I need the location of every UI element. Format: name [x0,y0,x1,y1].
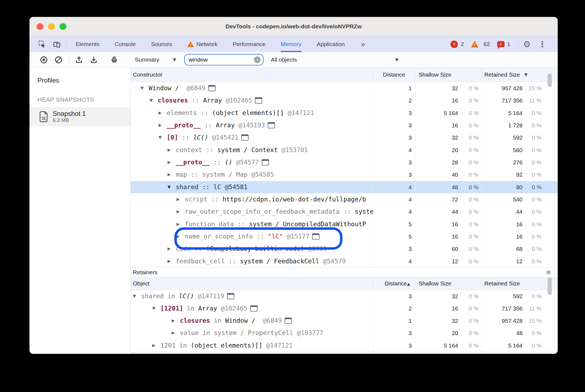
tree-row[interactable]: ▶__proto__ :: () @545773280 %2760 % [131,156,558,168]
tree-row[interactable]: ▶1201 in (object elements)[] @14712135 1… [131,339,558,352]
issues-badge[interactable]: ✕ 1 [497,41,511,47]
panel-tabs: ElementsConsoleSources!NetworkPerformanc… [76,36,360,52]
column-header-constructor[interactable]: Constructor [131,68,373,82]
disclosure-triangle[interactable]: ▼ [168,181,176,193]
column-header-object[interactable]: Object [131,277,373,290]
perspective-select[interactable]: Summary ▼ [135,56,176,63]
memory-toolbar: Summary ▼ ✕ All objects ▼ [29,52,558,68]
tab-elements[interactable]: Elements [76,36,100,52]
tab-console[interactable]: Console [115,36,136,52]
device-toolbar-icon[interactable] [51,38,63,50]
tree-row[interactable]: ▶map :: system / Map @545853400 %920 % [131,168,558,181]
disclosure-triangle[interactable]: ▼ [133,290,141,302]
tree-row[interactable]: ▼[0] :: lC() @1454213320 %5920 % [131,131,558,144]
tab-memory[interactable]: Memory [281,36,302,52]
tree-row-name: ▶script :: https://cdpn.io/web-dot-dev/f… [131,193,373,206]
retainers-splitter-bar[interactable]: Retainers ≡ [131,267,558,277]
sidebar-item-snapshot-1[interactable]: Snapshot 1 6.3 MB [29,107,130,126]
tree-row[interactable]: ▶closures in Window / @68491320 %957 428… [131,315,558,327]
column-header-retained-size[interactable]: Retained Size ▼ [481,68,558,82]
minimize-button[interactable] [48,23,55,30]
column-header-shallow-size[interactable]: Shallow Size [416,277,481,290]
clear-profiles-icon[interactable] [52,54,64,66]
settings-gear-icon[interactable]: ⚙ [523,40,531,49]
tab-network[interactable]: !Network [187,36,217,52]
disclosure-triangle[interactable]: ▶ [159,119,167,131]
tree-row-name: ▶elements :: (object elements)[] @147121 [131,107,373,119]
disclosure-triangle[interactable]: ▼ [141,82,149,94]
disclosure-triangle[interactable]: ▼ [150,94,158,107]
tab-sources[interactable]: Sources [151,36,172,52]
tree-row[interactable]: ▶context :: system / Context @1537014200… [131,144,558,156]
disclosure-triangle[interactable]: ▶ [168,168,176,181]
tree-row[interactable]: ▼shared :: lC @545814480 %800 % [131,181,558,193]
inspect-element-icon[interactable] [36,38,48,50]
column-header-distance[interactable]: Distance [373,68,416,82]
column-header-retained-size[interactable]: Retained Size [481,277,558,290]
close-button[interactable] [37,23,43,30]
tree-row[interactable]: ▶code :: (CompileLazy builtin code) @193… [131,243,558,255]
disclosure-triangle[interactable]: ▶ [177,206,185,218]
disclosure-triangle[interactable]: ▶ [177,218,185,230]
devtools-window: DevTools - codepen.io/web-dot-dev/live/o… [29,17,558,354]
tree-row-name: ▶raw_outer_scope_info_or_feedback_metada… [131,206,373,218]
tree-row[interactable]: ▶raw_outer_scope_info_or_feedback_metada… [131,206,558,218]
disclosure-triangle[interactable]: ▶ [177,193,185,206]
tree-row[interactable]: ▶name_or_scope_info :: "lC" @151775160 %… [131,230,558,243]
disclosure-triangle[interactable]: ▶ [168,243,176,255]
column-header-shallow-size[interactable]: Shallow Size [416,68,481,82]
warning-badge[interactable]: ! 62 [471,41,490,47]
error-badge[interactable]: ✕ 2 [450,41,464,48]
tree-row[interactable]: ▼Window / @68491320 %957 42815 % [131,82,558,94]
retainers-menu-icon[interactable]: ≡ [546,268,551,277]
disclosure-triangle[interactable]: ▶ [172,327,180,339]
warning-icon: ! [471,41,478,47]
search-input[interactable] [189,56,254,63]
tree-row[interactable]: ▶script :: https://cdpn.io/web-dot-dev/f… [131,193,558,206]
record-heap-snapshot-icon[interactable] [38,54,50,66]
retained-size-percent: 0 % [524,327,545,339]
tree-row[interactable]: ▶function_data :: system / UncompiledDat… [131,218,558,230]
clear-all-brush-icon[interactable] [108,54,120,66]
disclosure-triangle[interactable]: ▶ [177,230,185,243]
tree-row[interactable]: ▼closures :: Array @1024652160 %717 3561… [131,94,558,107]
disclosure-triangle[interactable]: ▼ [159,131,167,144]
disclosure-triangle[interactable]: ▶ [159,107,167,119]
object-filter-select[interactable]: All objects ▼ [271,56,400,63]
disclosure-triangle[interactable]: ▶ [172,315,180,327]
distance-value: 5 [373,218,416,230]
tree-row[interactable]: ▶feedback_cell :: system / FeedbackCell … [131,255,558,267]
tree-row[interactable]: ▶elements :: (object elements)[] @147121… [131,107,558,119]
tree-row[interactable]: ▼shared in lC() @1471193320 %5920 % [131,290,558,302]
tree-row-name: ▶value in system / PropertyCell @103777 [131,327,373,339]
disclosure-triangle[interactable]: ▼ [152,302,160,315]
shallow-size-value: 16 [416,94,459,107]
tree-row[interactable]: ▼[1201] in Array @1024652160 %717 35611 … [131,302,558,315]
shallow-size-value: 28 [416,156,459,168]
tree-row[interactable]: ▶value in system / PropertyCell @1037773… [131,327,558,339]
retained-size-percent: 0 % [524,290,545,302]
toolbar-divider [66,40,66,49]
column-header-distance[interactable]: Distance▲ [373,277,416,290]
scrollbar-thumb[interactable] [548,73,552,87]
disclosure-triangle[interactable]: ▶ [168,156,176,168]
kebab-menu-icon[interactable]: ⋮ [538,40,546,48]
zoom-button[interactable] [59,23,66,30]
retained-size-percent: 0 % [524,156,545,168]
clear-search-icon[interactable]: ✕ [254,56,261,63]
tab-performance[interactable]: Performance [233,36,265,52]
distance-value: 3 [373,131,416,144]
disclosure-triangle[interactable]: ▶ [168,144,176,156]
save-profile-icon[interactable] [88,54,100,66]
tab-application[interactable]: Application [317,36,345,52]
distance-value: 2 [373,94,416,107]
disclosure-triangle[interactable]: ▶ [152,339,160,352]
tree-row-name: ▶name_or_scope_info :: "lC" @15177 [131,230,373,243]
class-filter-search[interactable]: ✕ [184,54,264,65]
tree-row[interactable]: ▶__proto__ :: Array @1451933160 %1 7280 … [131,119,558,131]
retained-size-percent: 0 % [524,230,545,243]
more-tabs-icon[interactable]: » [360,40,365,49]
disclosure-triangle[interactable]: ▶ [168,255,176,267]
scrollbar-thumb[interactable] [548,278,552,295]
load-profile-icon[interactable] [73,54,85,66]
